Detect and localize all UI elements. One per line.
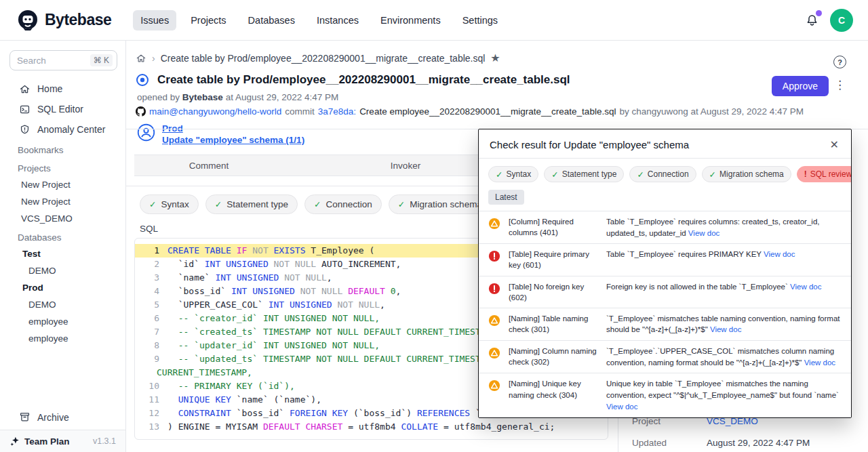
chevron-right-icon: › bbox=[152, 53, 155, 64]
line-number: 10 bbox=[135, 379, 167, 393]
check-rule-title: [Naming] Unique key naming check (304) bbox=[509, 378, 598, 400]
close-icon[interactable]: ✕ bbox=[829, 138, 840, 151]
plan-name: Team Plan bbox=[24, 436, 70, 447]
panel-row-updated: Updated August 29, 2022 4:47 PM bbox=[632, 438, 861, 448]
line-number: 11 bbox=[135, 393, 167, 407]
check-badge-failed[interactable]: !SQL review bbox=[797, 166, 852, 182]
line-number: 3 bbox=[135, 271, 167, 285]
approve-button[interactable]: Approve bbox=[772, 76, 829, 96]
sidebar-section-label: Projects bbox=[0, 158, 125, 176]
panel-value: August 29, 2022 4:47 PM bbox=[707, 438, 810, 448]
sidebar-item-new-project[interactable]: New Project bbox=[0, 176, 125, 193]
main-nav: IssuesProjectsDatabasesInstancesEnvironm… bbox=[133, 10, 505, 30]
search-input[interactable]: Search ⌘ K bbox=[9, 50, 117, 70]
sidebar-item-employee[interactable]: employee bbox=[0, 313, 125, 330]
latest-button[interactable]: Latest bbox=[488, 190, 524, 205]
nav-item-environments[interactable]: Environments bbox=[373, 10, 448, 30]
check-rule-description: `T_Employee` mismatches table naming con… bbox=[606, 313, 843, 335]
check-rule-description: `T_Employee`.`UPPER_CASE_COL` mismatches… bbox=[606, 346, 843, 368]
sidebar-item-test[interactable]: Test bbox=[0, 245, 125, 262]
sidebar-item-anomaly-center[interactable]: Anomaly Center bbox=[0, 119, 125, 140]
line-number: 12 bbox=[135, 407, 167, 420]
commit-message: Create employee__202208290001__migrate__… bbox=[359, 106, 616, 117]
check-badge-passed[interactable]: ✓Connection bbox=[304, 194, 382, 214]
line-number: 6 bbox=[135, 312, 167, 325]
nav-item-databases[interactable]: Databases bbox=[241, 10, 302, 30]
avatar[interactable]: C bbox=[830, 9, 853, 32]
check-result-list: [Column] Required columns (401)Table `T_… bbox=[479, 211, 851, 418]
sidebar-item-label: Anomaly Center bbox=[37, 124, 105, 135]
sidebar-item-home[interactable]: Home bbox=[0, 79, 125, 99]
check-result-row: [Table] Require primary key (601)Table `… bbox=[479, 244, 851, 276]
view-doc-link[interactable]: View doc bbox=[688, 229, 719, 237]
check-badge-passed[interactable]: ✓Statement type bbox=[544, 166, 624, 182]
view-doc-link[interactable]: View doc bbox=[764, 250, 795, 258]
view-doc-link[interactable]: View doc bbox=[804, 358, 835, 367]
home-icon bbox=[19, 83, 31, 95]
sidebar-item-employee[interactable]: employee bbox=[0, 330, 125, 347]
warning-icon bbox=[488, 313, 500, 327]
bytebase-logo[interactable]: Bytebase bbox=[16, 9, 111, 32]
sidebar-item-vcs-demo[interactable]: VCS_DEMO bbox=[0, 210, 125, 227]
nav-item-issues[interactable]: Issues bbox=[133, 10, 176, 30]
check-badge-passed[interactable]: ✓Migration schema bbox=[389, 194, 492, 214]
line-number: 13 bbox=[135, 420, 167, 434]
check-result-row: [Naming] Column naming check (302)`T_Emp… bbox=[479, 341, 851, 373]
nav-item-projects[interactable]: Projects bbox=[183, 10, 233, 30]
bookmark-star-icon[interactable]: ★ bbox=[490, 53, 500, 64]
help-icon[interactable]: ? bbox=[833, 56, 846, 68]
check-icon: ✓ bbox=[149, 199, 156, 209]
check-rule-description: Foreign key is not allowed in the table … bbox=[606, 281, 843, 293]
line-number: 1 bbox=[135, 244, 167, 258]
check-rule-description: Table `T_Employee` requires columns: cre… bbox=[606, 216, 843, 239]
check-badge-passed[interactable]: ✓Syntax bbox=[140, 194, 199, 214]
view-doc-link[interactable]: View doc bbox=[710, 325, 741, 333]
nav-item-instances[interactable]: Instances bbox=[309, 10, 366, 30]
bytebase-logo-icon bbox=[16, 9, 39, 32]
kebab-menu-icon[interactable]: ⋮ bbox=[834, 79, 846, 91]
check-rule-title: [Column] Required columns (401) bbox=[509, 216, 598, 238]
search-shortcut: ⌘ K bbox=[90, 54, 113, 66]
check-result-modal: Check result for Update "employee" schem… bbox=[478, 129, 852, 418]
check-icon: ✓ bbox=[314, 199, 321, 209]
breadcrumb-title[interactable]: Create table by Prod/employee__202208290… bbox=[161, 53, 486, 64]
sidebar-item-sql-editor[interactable]: SQL Editor bbox=[0, 99, 125, 119]
stage-task-link[interactable]: Update "employee" schema (1/1) bbox=[162, 135, 304, 145]
nav-item-settings[interactable]: Settings bbox=[455, 10, 505, 30]
plan-footer[interactable]: Team Plan v1.3.1 bbox=[0, 430, 125, 452]
line-number: 5 bbox=[135, 298, 167, 312]
sidebar-item-archive[interactable]: Archive bbox=[0, 407, 125, 430]
sidebar-item-demo[interactable]: DEMO bbox=[0, 262, 125, 279]
check-icon: ✓ bbox=[551, 169, 558, 180]
commit-meta: main@changyuwong/hello-world commit 3a7e… bbox=[126, 102, 868, 117]
check-result-row: [Naming] Table naming check (301)`T_Empl… bbox=[479, 308, 851, 341]
commit-hash-link[interactable]: 3a7e8da: bbox=[318, 106, 356, 117]
home-icon[interactable] bbox=[136, 53, 146, 64]
view-doc-link[interactable]: View doc bbox=[790, 283, 821, 291]
check-icon: ✓ bbox=[496, 169, 502, 180]
check-badge-passed[interactable]: ✓Statement type bbox=[205, 194, 298, 214]
opened-meta: opened by Bytebase at August 29, 2022 4:… bbox=[126, 87, 868, 102]
check-rule-title: [Table] Require primary key (601) bbox=[509, 249, 598, 270]
check-badge-passed[interactable]: ✓Connection bbox=[629, 166, 696, 182]
check-icon: ✓ bbox=[398, 199, 405, 209]
check-result-row: [Column] Required columns (401)Table `T_… bbox=[479, 211, 851, 244]
sidebar-item-demo[interactable]: DEMO bbox=[0, 296, 125, 313]
sidebar-item-label: SQL Editor bbox=[37, 104, 83, 115]
assignee-icon bbox=[137, 123, 155, 142]
check-badge-passed[interactable]: ✓Syntax bbox=[488, 166, 538, 182]
view-doc-link[interactable]: View doc bbox=[606, 403, 637, 411]
sidebar-item-new-project[interactable]: New Project bbox=[0, 193, 125, 210]
issue-status-icon bbox=[136, 73, 149, 87]
notifications-button[interactable] bbox=[805, 13, 819, 28]
code-line: 13) ENGINE = MYISAM DEFAULT CHARSET = ut… bbox=[135, 420, 608, 434]
modal-title: Check result for Update "employee" schem… bbox=[490, 139, 829, 150]
check-badge-passed[interactable]: ✓Migration schema bbox=[702, 166, 791, 182]
breadcrumb: › Create table by Prod/employee__2022082… bbox=[126, 41, 868, 64]
commit-branch-link[interactable]: main@changyuwong/hello-world bbox=[149, 106, 281, 117]
line-number: 9 bbox=[135, 352, 167, 366]
archive-label: Archive bbox=[37, 412, 69, 423]
sidebar-item-label: Home bbox=[37, 83, 62, 94]
sidebar: Search ⌘ K Home SQL Editor Anomaly Cente… bbox=[0, 41, 126, 452]
sidebar-item-prod[interactable]: Prod bbox=[0, 279, 125, 296]
